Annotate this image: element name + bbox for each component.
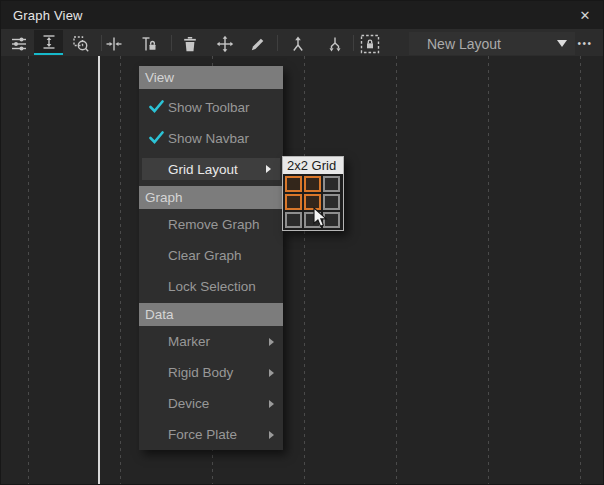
submenu-caret-icon	[266, 165, 271, 173]
split-channels-button[interactable]	[322, 33, 348, 54]
graph-canvas[interactable]	[1, 56, 603, 485]
menu-section-header-view: View	[139, 66, 283, 89]
frame-cursor-button[interactable]	[101, 33, 127, 54]
grid-cell[interactable]	[285, 176, 302, 192]
sliders-icon	[10, 35, 28, 53]
graph-view-window: Graph View ✕	[0, 0, 604, 485]
graph-gridline	[396, 56, 397, 484]
layout-dropdown-value: New Layout	[427, 36, 557, 52]
move-button[interactable]	[212, 33, 238, 54]
pin-lock-icon	[139, 35, 157, 53]
menu-item-lock-selection[interactable]: Lock Selection	[139, 271, 283, 302]
toolbar: New Layout •••	[1, 29, 603, 56]
grid-submenu-title: 2x2 Grid	[283, 157, 343, 174]
menu-item-force-plate[interactable]: Force Plate	[139, 419, 283, 450]
menu-item-marker[interactable]: Marker	[139, 326, 283, 357]
trash-icon	[181, 35, 199, 53]
submenu-caret-icon	[269, 431, 274, 439]
menu-item-show-navbar[interactable]: Show Navbar	[139, 123, 283, 154]
frame-cursor-icon	[105, 35, 123, 53]
menu-item-show-toolbar[interactable]: Show Toolbar	[139, 92, 283, 123]
more-options-button[interactable]: •••	[572, 33, 598, 53]
chevron-down-icon	[557, 40, 567, 47]
layout-dropdown[interactable]: New Layout	[409, 32, 575, 55]
zoom-select-button[interactable]	[68, 33, 94, 54]
move-icon	[216, 35, 234, 53]
lock-cursor-button[interactable]	[135, 33, 161, 54]
grid-cell[interactable]	[304, 176, 321, 192]
checkmark-icon	[149, 100, 164, 116]
mouse-cursor-icon	[313, 207, 329, 233]
menu-item-label: Marker	[168, 334, 210, 349]
menu-item-grid-layout[interactable]: Grid Layout	[142, 158, 280, 180]
menu-item-device[interactable]: Device	[139, 388, 283, 419]
submenu-caret-icon	[269, 338, 274, 346]
menu-item-label: Grid Layout	[168, 162, 238, 177]
window-title: Graph View	[13, 8, 83, 23]
menu-item-label: Rigid Body	[168, 365, 233, 380]
toolbar-separator	[171, 35, 172, 51]
graph-gridline	[488, 56, 489, 484]
graph-gridline	[304, 56, 305, 484]
pencil-icon	[249, 35, 267, 53]
lock-box-icon	[360, 34, 380, 54]
menu-item-rigid-body[interactable]: Rigid Body	[139, 357, 283, 388]
merge-channels-button[interactable]	[285, 33, 311, 54]
submenu-caret-icon	[269, 369, 274, 377]
menu-item-clear-graph[interactable]: Clear Graph	[139, 240, 283, 271]
context-menu: View Show Toolbar Show Navbar Grid Layou…	[139, 66, 283, 450]
menu-section-header-graph: Graph	[139, 186, 283, 209]
selection-lock-button[interactable]	[357, 33, 383, 54]
fit-vertical-icon	[40, 33, 58, 51]
menu-item-label: Device	[168, 396, 209, 411]
menu-item-label: Force Plate	[168, 427, 237, 442]
menu-item-label: Clear Graph	[168, 248, 242, 263]
menu-item-label: Remove Graph	[168, 217, 260, 232]
zoom-select-icon	[72, 35, 90, 53]
fit-vertical-button[interactable]	[34, 30, 63, 55]
graph-gridline	[28, 56, 29, 484]
frame-cursor-line[interactable]	[98, 56, 100, 484]
delete-button[interactable]	[177, 33, 203, 54]
menu-item-remove-graph[interactable]: Remove Graph	[139, 209, 283, 240]
grid-cell[interactable]	[285, 212, 302, 228]
titlebar: Graph View ✕	[1, 1, 603, 29]
grid-cell[interactable]	[285, 194, 302, 210]
submenu-caret-icon	[269, 400, 274, 408]
graph-gridline	[120, 56, 121, 484]
close-icon[interactable]: ✕	[573, 4, 597, 26]
graph-gridline	[580, 56, 581, 484]
split-arrows-icon	[326, 35, 344, 53]
menu-section-header-data: Data	[139, 303, 283, 326]
menu-item-label: Lock Selection	[168, 279, 256, 294]
merge-arrows-icon	[289, 35, 307, 53]
edit-button[interactable]	[245, 33, 271, 54]
checkmark-icon	[149, 131, 164, 147]
toolbar-separator	[353, 35, 354, 51]
graph-settings-button[interactable]	[6, 33, 32, 54]
menu-item-label: Show Toolbar	[168, 100, 250, 115]
grid-cell[interactable]	[323, 176, 340, 192]
toolbar-separator	[277, 35, 278, 51]
menu-item-label: Show Navbar	[168, 131, 249, 146]
